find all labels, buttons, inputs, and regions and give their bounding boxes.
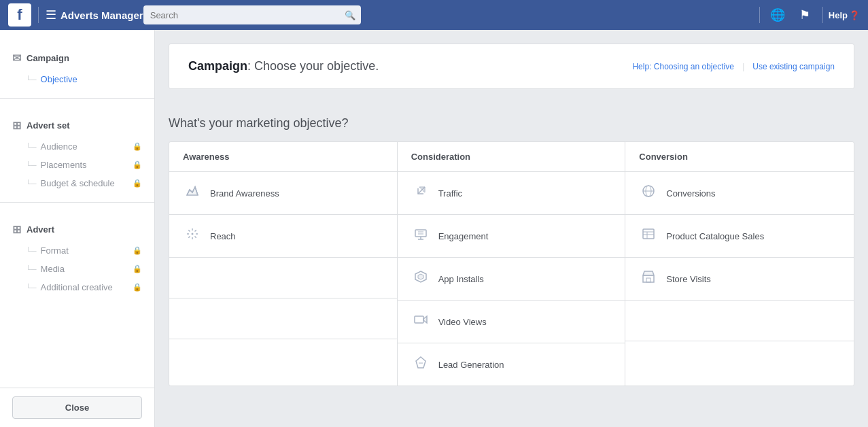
svg-marker-16: [418, 274, 423, 279]
nav-separator-2: [822, 7, 823, 23]
svg-rect-30: [646, 278, 650, 282]
reach-item[interactable]: Reach: [169, 215, 397, 258]
additional-creative-item-label: └─ Additional creative: [26, 282, 113, 292]
svg-point-0: [192, 233, 194, 235]
sidebar-section-advert-header: ⊞ Advert: [0, 218, 154, 241]
flag-button[interactable]: ⚑: [793, 3, 817, 27]
sidebar-divider-1: [0, 98, 154, 99]
traffic-item[interactable]: Traffic: [398, 172, 625, 215]
nav-separator: [759, 7, 760, 23]
video-views-item[interactable]: Video Views: [398, 301, 625, 343]
svg-line-6: [195, 237, 196, 238]
sidebar: ✉ Campaign └─ Objective ⊞ Advert set └─ …: [0, 30, 155, 427]
awareness-header: Awareness: [169, 142, 398, 171]
lead-generation-label: Lead Generation: [438, 360, 504, 370]
brand-awareness-icon: [183, 183, 202, 203]
sidebar-item-format[interactable]: └─ Format 🔒: [0, 241, 154, 260]
campaign-section-icon: ✉: [12, 52, 21, 65]
consideration-header: Consideration: [398, 142, 626, 171]
product-catalogue-sales-icon: [639, 226, 658, 246]
store-visits-item[interactable]: Store Visits: [625, 258, 854, 301]
sidebar-section-campaign-header: ✉ Campaign: [0, 46, 154, 70]
lead-generation-item[interactable]: Lead Generation: [398, 343, 625, 386]
consideration-column: Traffic: [398, 172, 626, 386]
svg-line-8: [188, 237, 190, 238]
nav-divider: [38, 7, 39, 23]
campaign-title: Campaign: Choose your objective.: [188, 59, 379, 73]
campaign-section-label: Campaign: [27, 53, 69, 63]
top-navigation: f ☰ Adverts Manager 🔍 🌐 ⚑ Help ❓: [0, 0, 868, 30]
use-existing-campaign-link[interactable]: Use existing campaign: [752, 62, 835, 71]
objective-section: What's your marketing objective? Awarene…: [169, 103, 854, 386]
awareness-empty-1: [169, 258, 397, 298]
sidebar-section-advert-set-header: ⊞ Advert set: [0, 114, 154, 137]
close-button[interactable]: Close: [12, 396, 142, 419]
svg-line-7: [195, 230, 196, 231]
campaign-subtitle: Choose your objective: [254, 59, 375, 73]
app-installs-item[interactable]: App Installs: [398, 258, 625, 301]
placements-lock-icon: 🔒: [133, 160, 142, 169]
app-installs-icon: [411, 269, 430, 289]
advert-set-section-label: Advert set: [27, 120, 70, 131]
awareness-column: Brand Awareness: [169, 172, 398, 386]
objectives-table: Awareness Consideration Conversion: [169, 141, 854, 386]
audience-item-label: └─ Audience: [26, 141, 77, 152]
link-separator: |: [742, 61, 744, 71]
campaign-header-card: Campaign: Choose your objective. Help: C…: [169, 44, 854, 89]
svg-line-5: [188, 230, 190, 231]
sidebar-item-additional-creative[interactable]: └─ Additional creative 🔒: [0, 278, 154, 296]
svg-rect-10: [415, 230, 426, 237]
format-item-label: └─ Format: [26, 245, 69, 256]
conversion-empty-1: [625, 301, 854, 341]
media-lock-icon: 🔒: [133, 264, 142, 273]
sidebar-item-objective[interactable]: └─ Objective: [0, 70, 154, 88]
conversion-header: Conversion: [625, 142, 854, 171]
awareness-empty-3: [169, 339, 397, 380]
svg-rect-28: [643, 275, 654, 282]
advert-section-label: Advert: [27, 224, 54, 235]
search-icon: 🔍: [345, 10, 355, 20]
objective-item-label: └─ Objective: [26, 74, 77, 84]
traffic-label: Traffic: [438, 188, 462, 199]
conversion-empty-2: [625, 341, 854, 382]
search-input[interactable]: [143, 5, 361, 24]
engagement-icon: [411, 226, 430, 246]
engagement-label: Engagement: [438, 231, 489, 241]
brand-awareness-item[interactable]: Brand Awareness: [169, 172, 397, 215]
advert-set-section-icon: ⊞: [12, 119, 21, 132]
format-lock-icon: 🔒: [133, 246, 142, 255]
product-catalogue-sales-label: Product Catalogue Sales: [666, 231, 764, 241]
help-choosing-objective-link[interactable]: Help: Choosing an objective: [632, 62, 733, 71]
traffic-icon: [411, 183, 430, 203]
svg-rect-24: [643, 229, 654, 239]
svg-rect-17: [415, 316, 423, 323]
objective-question: What's your marketing objective?: [169, 103, 854, 141]
objectives-body: Brand Awareness: [169, 172, 854, 386]
product-catalogue-sales-item[interactable]: Product Catalogue Sales: [625, 215, 854, 258]
search-area: 🔍: [143, 5, 361, 24]
engagement-item[interactable]: Engagement: [398, 215, 625, 258]
conversions-label: Conversions: [666, 188, 715, 199]
store-visits-label: Store Visits: [666, 274, 711, 284]
facebook-logo: f: [8, 3, 31, 27]
conversions-item[interactable]: Conversions: [625, 172, 854, 215]
sidebar-item-placements[interactable]: └─ Placements 🔒: [0, 156, 154, 174]
campaign-links: Help: Choosing an objective | Use existi…: [632, 61, 835, 71]
app-installs-label: App Installs: [438, 274, 484, 284]
audience-lock-icon: 🔒: [133, 142, 142, 151]
sidebar-item-media[interactable]: └─ Media 🔒: [0, 260, 154, 278]
objectives-header-row: Awareness Consideration Conversion: [169, 142, 854, 172]
main-content: Campaign: Choose your objective. Help: C…: [155, 30, 868, 427]
conversions-icon: [639, 183, 658, 203]
additional-creative-lock-icon: 🔒: [133, 283, 142, 292]
sidebar-item-audience[interactable]: └─ Audience 🔒: [0, 137, 154, 156]
help-button[interactable]: Help ❓: [829, 10, 860, 20]
sidebar-item-budget-schedule[interactable]: └─ Budget & schedule 🔒: [0, 174, 154, 192]
hamburger-menu[interactable]: ☰: [46, 7, 56, 22]
advert-section-icon: ⊞: [12, 223, 21, 236]
sidebar-section-advert: ⊞ Advert └─ Format 🔒 └─ Media 🔒 └─: [0, 208, 154, 301]
help-question-icon: ❓: [849, 10, 860, 20]
svg-marker-19: [416, 357, 426, 368]
sidebar-section-campaign: ✉ Campaign └─ Objective: [0, 37, 154, 92]
globe-button[interactable]: 🌐: [765, 3, 790, 27]
